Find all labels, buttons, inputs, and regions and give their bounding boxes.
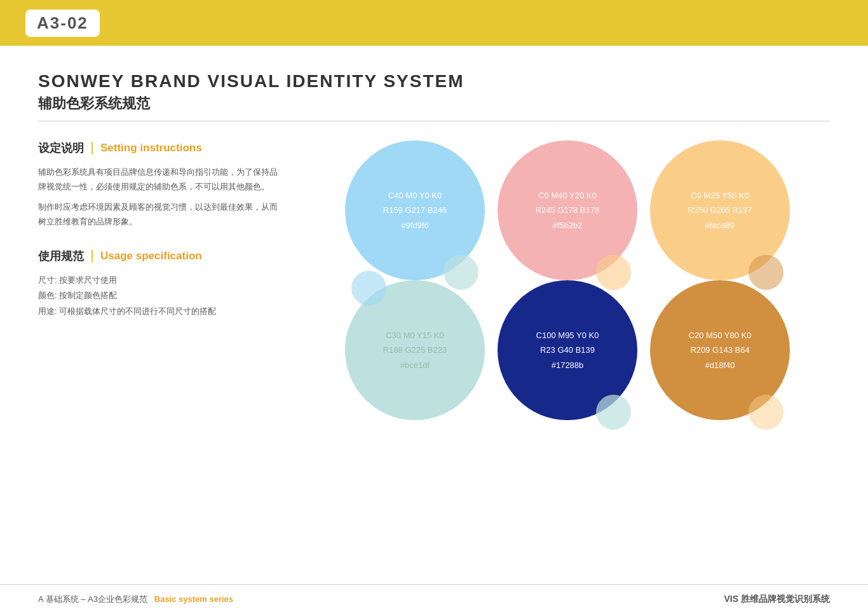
footer-right: VIS 胜维品牌视觉识别系统	[724, 594, 830, 605]
footer: A 基础系统 – A3企业色彩规范 Basic system series VI…	[0, 584, 868, 614]
setting-en: Setting instructions	[100, 142, 202, 154]
setting-heading: 设定说明 Setting instructions	[38, 140, 280, 156]
circle-teal-label: C30 M0 Y15 K0R188 G225 B223#bce1df	[383, 328, 447, 372]
usage-en: Usage specification	[100, 250, 202, 263]
top-bar: A3-02	[0, 0, 868, 46]
setting-zh: 设定说明	[38, 140, 84, 156]
page-badge: A3-02	[25, 10, 100, 37]
circle-yellow-wrapper: C0 M25 Y50 K0R250 G205 B137#facd89	[650, 140, 790, 280]
content-layout: 设定说明 Setting instructions 辅助色彩系统具有项目品牌信息…	[38, 140, 830, 420]
circle-yellow-label: C0 M25 Y50 K0R250 G205 B137#facd89	[688, 188, 752, 233]
circle-teal-deco	[351, 271, 386, 306]
usage-zh: 使用规范	[38, 249, 84, 264]
footer-left-highlight: Basic system series	[154, 594, 233, 604]
circle-gold-label: C20 M50 Y80 K0R209 G143 B64#d18f40	[689, 328, 752, 372]
heading-divider	[92, 142, 93, 154]
usage-items: 尺寸: 按要求尺寸使用 颜色: 按制定颜色搭配 用途: 可根据载体尺寸的不同进行…	[38, 273, 280, 320]
setting-desc2: 制作时应考虑环境因素及顾客的视觉习惯，以达到最佳效果，从而树立胜维教育的品牌形象…	[38, 200, 280, 229]
title-section: SONWEY BRAND VISUAL IDENTITY SYSTEM 辅助色彩…	[38, 71, 830, 113]
circles-row-2: C30 M0 Y15 K0R188 G225 B223#bce1df C100 …	[305, 280, 830, 420]
setting-desc1: 辅助色彩系统具有项目品牌信息传递和导向指引功能，为了保持品牌视觉统一性，必须使用…	[38, 165, 280, 194]
usage-divider	[92, 250, 93, 263]
circle-pink-wrapper: C0 M40 Y20 K0R245 G178 B178#f5b2b2	[498, 140, 637, 280]
usage-item-2: 用途: 可根据载体尺寸的不同进行不同尺寸的搭配	[38, 304, 280, 320]
circle-teal-wrapper: C30 M0 Y15 K0R188 G225 B223#bce1df	[345, 280, 485, 420]
usage-item-0: 尺寸: 按要求尺寸使用	[38, 273, 280, 289]
footer-left-prefix: A 基础系统 – A3企业色彩规范	[38, 594, 147, 604]
circle-gold-wrapper: C20 M50 Y80 K0R209 G143 B64#d18f40	[650, 280, 790, 420]
circle-navy-deco	[596, 395, 631, 430]
right-panel: C40 M0 Y0 K0R159 G217 B246#9fd9f6 C0 M40…	[305, 140, 830, 420]
circle-navy-wrapper: C100 M95 Y0 K0R23 G40 B139#17288b	[498, 280, 637, 420]
main-content: SONWEY BRAND VISUAL IDENTITY SYSTEM 辅助色彩…	[0, 46, 868, 439]
title-divider	[38, 121, 830, 121]
footer-left: A 基础系统 – A3企业色彩规范 Basic system series	[38, 594, 233, 605]
usage-item-1: 颜色: 按制定颜色搭配	[38, 288, 280, 304]
circle-gold-deco	[749, 395, 783, 430]
circle-blue-label: C40 M0 Y0 K0R159 G217 B246#9fd9f6	[383, 188, 447, 233]
title-chinese: 辅助色彩系统规范	[38, 94, 830, 113]
title-english: SONWEY BRAND VISUAL IDENTITY SYSTEM	[38, 71, 830, 92]
circle-blue-wrapper: C40 M0 Y0 K0R159 G217 B246#9fd9f6	[345, 140, 485, 280]
usage-heading: 使用规范 Usage specification	[38, 249, 280, 264]
circle-pink-label: C0 M40 Y20 K0R245 G178 B178#f5b2b2	[536, 188, 599, 233]
circles-row-1: C40 M0 Y0 K0R159 G217 B246#9fd9f6 C0 M40…	[305, 140, 830, 280]
circle-navy-label: C100 M95 Y0 K0R23 G40 B139#17288b	[536, 328, 599, 372]
left-panel: 设定说明 Setting instructions 辅助色彩系统具有项目品牌信息…	[38, 140, 280, 420]
